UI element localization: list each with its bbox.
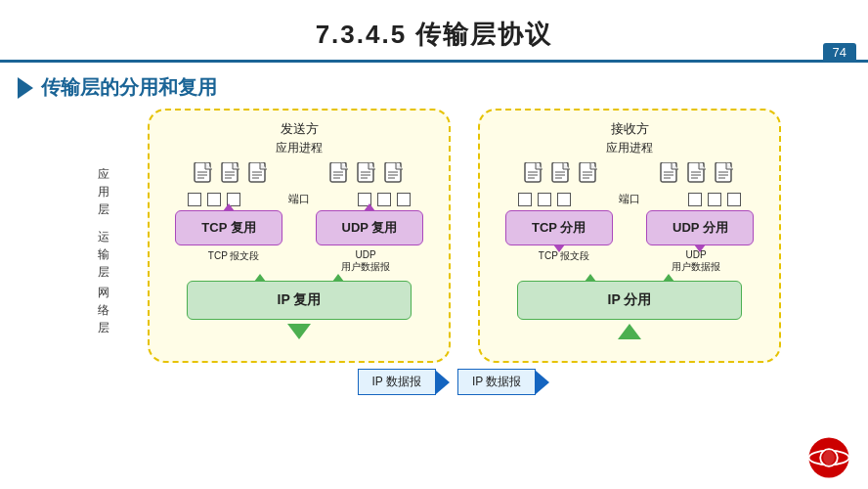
left-down-arrow-icon: [287, 324, 311, 339]
left-ip-data-arrow-icon: [436, 371, 450, 394]
right-tcp-port-1: [518, 193, 532, 206]
doc-icon-1: [193, 162, 216, 190]
brand-logo: [807, 436, 850, 479]
section-arrow-icon: [18, 77, 33, 99]
right-doc-group-1: [523, 162, 601, 190]
page-number: 74: [823, 43, 856, 62]
right-docs-row: [494, 162, 765, 190]
right-port-label: 端口: [619, 192, 640, 206]
left-subtitle: 应用进程: [163, 140, 435, 156]
section-title: 传输层的分用和复用: [18, 74, 868, 101]
left-docs-row: [163, 162, 435, 190]
right-subtitle: 应用进程: [494, 140, 765, 156]
transport-layer-label: 运 输 层: [87, 224, 120, 285]
left-port-label: 端口: [288, 192, 310, 206]
left-ip-box: IP 复用: [187, 281, 412, 320]
doc-icon-11: [686, 162, 710, 190]
left-udp-box: UDP 复用: [316, 210, 423, 245]
left-udp-seg: UDP用户数据报: [341, 249, 390, 273]
left-ip-data-label: IP 数据报: [358, 369, 436, 395]
doc-icon-8: [550, 162, 574, 190]
main-content: 应 用 层 运 输 层 网 络 层 发送方 应用进程: [0, 109, 868, 363]
doc-icon-5: [356, 162, 379, 190]
right-udp-port-1: [688, 193, 702, 206]
right-udp-port-3: [727, 193, 741, 206]
right-title: 接收方: [494, 120, 765, 138]
left-doc-group-1: [193, 162, 271, 190]
left-arrow-down: [163, 324, 435, 339]
doc-icon-6: [383, 162, 407, 190]
left-doc-group-2: [328, 162, 407, 190]
left-seg-labels: TCP 报文段 UDP用户数据报: [163, 249, 435, 273]
section-label: 传输层的分用和复用: [41, 74, 217, 101]
doc-icon-12: [714, 162, 737, 190]
header: 7.3.4.5 传输层协议 74: [0, 0, 868, 63]
left-udp-port-2: [377, 193, 391, 206]
doc-icon-4: [328, 162, 352, 190]
right-doc-group-2: [659, 162, 737, 190]
left-title: 发送方: [163, 120, 435, 138]
left-tcp-seg: TCP 报文段: [208, 249, 260, 273]
layer-labels: 应 用 层 运 输 层 网 络 层: [87, 109, 120, 335]
right-ip-row: IP 分用: [494, 281, 765, 320]
right-seg-labels: TCP 报文段 UDP用户数据报: [494, 249, 765, 273]
left-ip-data: IP 数据报: [358, 369, 450, 395]
doc-icon-3: [247, 162, 271, 190]
right-ip-data-arrow-icon: [536, 371, 549, 394]
right-udp-port-2: [708, 193, 721, 206]
right-tcp-box: TCP 分用: [505, 210, 613, 245]
right-arrow-up: [494, 324, 765, 339]
left-tcp-box: TCP 复用: [175, 210, 282, 245]
ip-data-row: IP 数据报 IP 数据报: [39, 369, 868, 395]
right-tcp-port-3: [557, 193, 571, 206]
right-ip-data-label: IP 数据报: [457, 369, 536, 395]
doc-icon-2: [220, 162, 243, 190]
left-diagram: 发送方 应用进程: [148, 109, 451, 363]
right-proto-row: TCP 分用 UDP 分用: [494, 210, 765, 245]
doc-icon-10: [659, 162, 682, 190]
right-tcp-port-2: [538, 193, 551, 206]
left-proto-row: TCP 复用 UDP 复用: [163, 210, 435, 245]
left-ip-row: IP 复用: [163, 281, 435, 320]
right-ip-box: IP 分用: [517, 281, 742, 320]
right-tcp-seg: TCP 报文段: [539, 249, 590, 273]
right-diagram: 接收方 应用进程: [478, 109, 781, 363]
doc-icon-9: [578, 162, 601, 190]
right-up-arrow-icon: [618, 324, 641, 339]
right-ip-data: IP 数据报: [457, 369, 549, 395]
left-tcp-port-2: [207, 193, 221, 206]
right-udp-box: UDP 分用: [646, 210, 754, 245]
left-udp-port-3: [397, 193, 411, 206]
doc-icon-7: [523, 162, 546, 190]
right-udp-seg: UDP用户数据报: [672, 249, 720, 273]
network-layer-label: 网 络 层: [87, 285, 120, 335]
app-layer-label: 应 用 层: [87, 163, 120, 224]
left-tcp-port-1: [188, 193, 201, 206]
page-title: 7.3.4.5 传输层协议: [0, 18, 868, 52]
